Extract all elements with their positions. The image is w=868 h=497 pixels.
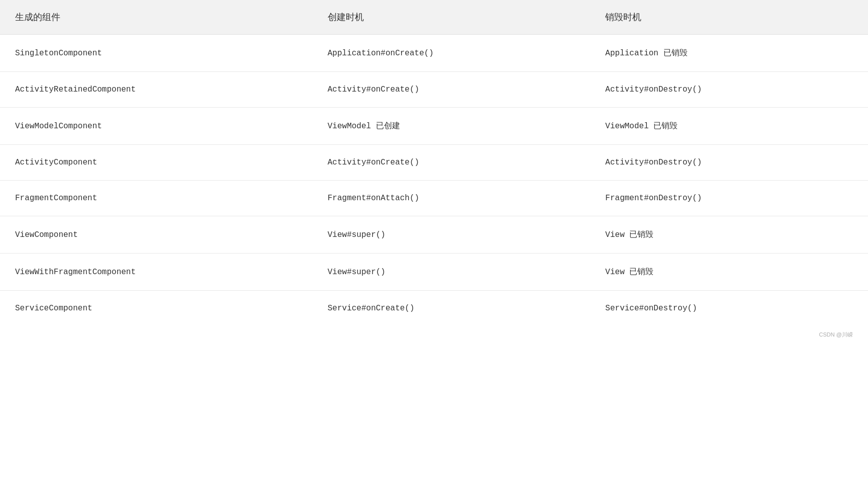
cell-create: Service#onCreate() [313,291,591,326]
cell-component: ActivityRetainedComponent [0,72,313,108]
cell-component: ViewComponent [0,216,313,254]
cell-component: SingletonComponent [0,35,313,72]
cell-destroy: Application 已销毁 [590,35,868,72]
cell-create: Application#onCreate() [313,35,591,72]
cell-destroy: Activity#onDestroy() [590,72,868,108]
cell-destroy: Activity#onDestroy() [590,145,868,181]
cell-create: View#super() [313,254,591,291]
watermark-text: CSDN @川嵘 [0,326,868,344]
cell-destroy: View 已销毁 [590,216,868,254]
cell-create: View#super() [313,216,591,254]
cell-component: ViewWithFragmentComponent [0,254,313,291]
header-create: 创建时机 [313,0,591,35]
cell-create: ViewModel 已创建 [313,108,591,145]
cell-create: Fragment#onAttach() [313,181,591,216]
cell-destroy: ViewModel 已销毁 [590,108,868,145]
table-row: ServiceComponentService#onCreate()Servic… [0,291,868,326]
header-destroy: 销毁时机 [590,0,868,35]
cell-destroy: Service#onDestroy() [590,291,868,326]
table-row: SingletonComponentApplication#onCreate()… [0,35,868,72]
table-row: ViewWithFragmentComponentView#super()Vie… [0,254,868,291]
cell-component: ServiceComponent [0,291,313,326]
cell-destroy: View 已销毁 [590,254,868,291]
table-row: ViewComponentView#super()View 已销毁 [0,216,868,254]
cell-destroy: Fragment#onDestroy() [590,181,868,216]
table-header-row: 生成的组件 创建时机 销毁时机 [0,0,868,35]
table-row: ActivityComponentActivity#onCreate()Acti… [0,145,868,181]
cell-component: FragmentComponent [0,181,313,216]
main-container: 生成的组件 创建时机 销毁时机 SingletonComponentApplic… [0,0,868,344]
table-row: ActivityRetainedComponentActivity#onCrea… [0,72,868,108]
table-row: FragmentComponentFragment#onAttach()Frag… [0,181,868,216]
table-row: ViewModelComponentViewModel 已创建ViewModel… [0,108,868,145]
header-component: 生成的组件 [0,0,313,35]
cell-create: Activity#onCreate() [313,145,591,181]
cell-component: ActivityComponent [0,145,313,181]
cell-create: Activity#onCreate() [313,72,591,108]
component-table: 生成的组件 创建时机 销毁时机 SingletonComponentApplic… [0,0,868,326]
cell-component: ViewModelComponent [0,108,313,145]
